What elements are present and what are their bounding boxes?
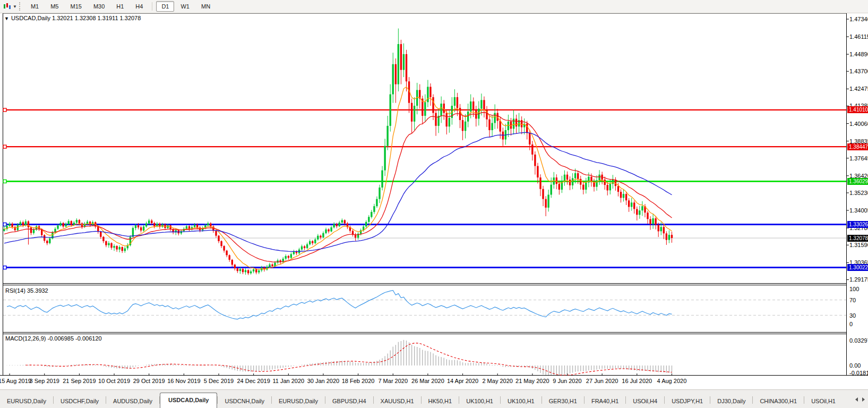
rsi-axis-label: 0 [849, 321, 853, 327]
date-tick-label: 5 Dec 2019 [204, 378, 234, 384]
date-tick-label: 15 Aug 2019 [0, 378, 31, 384]
macd-axis-label: -0.01815 [849, 370, 868, 376]
timeframe-button-m30[interactable]: M30 [88, 1, 110, 12]
tab-xauusd-h1-7[interactable]: XAUUSD,H1 [374, 395, 421, 408]
timeframe-button-m1[interactable]: M1 [25, 1, 44, 12]
date-tick-label: 9 Jun 2020 [553, 378, 581, 384]
chart-tab-bar: EURUSD,DailyUSDCHF,DailyAUDUSD,DailyUSDC… [0, 389, 868, 408]
tab-usoil-h4-13[interactable]: USOil,H4 [626, 395, 664, 408]
tab-usdchf-daily-1[interactable]: USDCHF,Daily [54, 395, 106, 408]
tab-usoil-h1-17[interactable]: USOil,H1 [804, 395, 843, 408]
macd-axis-label: 0.00 [849, 362, 861, 369]
tab-scroll-right-icon[interactable] [862, 397, 865, 402]
timeframe-button-h4[interactable]: H4 [130, 1, 148, 12]
rsi-indicator-label: RSI(14) 35.3932 [5, 287, 48, 294]
date-tick-label: 2 May 2020 [482, 378, 512, 384]
macd-axis-label: 0.032972 [849, 337, 868, 344]
price-tick-label: 1.40060 [849, 121, 868, 127]
chart-title: ▼USDCAD,Daily 1.32021 1.32308 1.31911 1.… [4, 15, 141, 21]
date-tick-label: 16 Nov 2019 [167, 378, 200, 384]
indicators-icon[interactable] [3, 3, 11, 10]
price-level-badge: 1.41010 [847, 106, 868, 113]
chart-window: ▼USDCAD,Daily 1.32021 1.32308 1.31911 1.… [0, 13, 868, 389]
date-tick-label: 27 Jun 2020 [586, 378, 618, 384]
price-tick-label: 1.43700 [849, 68, 868, 74]
timeframe-button-h1[interactable]: H1 [111, 1, 129, 12]
rsi-value: 35.3932 [27, 287, 48, 294]
tab-fra40-h1-12[interactable]: FRA40,H1 [585, 395, 625, 408]
tab-dj30-daily-15[interactable]: DJ30,Daily [710, 395, 752, 408]
timeframe-toolbar: ▼ M1M5M15M30H1H4D1W1MN [0, 0, 868, 13]
tab-scroll-left-icon[interactable] [855, 397, 858, 402]
price-tick-label: 1.35230 [849, 190, 868, 196]
price-level-badge: 1.38447 [847, 143, 868, 150]
toolbar-grip [19, 2, 22, 11]
date-tick-label: 26 Mar 2020 [411, 378, 444, 384]
price-tick-label: 1.31590 [849, 242, 868, 248]
date-tick-label: 30 Jan 2020 [307, 378, 340, 384]
rsi-axis-label: 100 [849, 286, 859, 292]
price-tick-label: 1.47340 [849, 16, 868, 22]
tab-gbpusd-h4-6[interactable]: GBPUSD,H4 [325, 395, 373, 408]
rsi-name: RSI(14) [5, 287, 25, 294]
timeframe-button-w1[interactable]: W1 [175, 1, 195, 12]
rsi-axis-label: 30 [849, 312, 856, 319]
tab-usdcnh-daily-4[interactable]: USDCNH,Daily [218, 395, 271, 408]
macd-values: -0.006985 -0.006120 [47, 335, 101, 342]
timeframe-button-mn[interactable]: MN [196, 1, 216, 12]
tab-eurusd-daily-0[interactable]: EURUSD,Daily [0, 395, 53, 408]
price-level-badge: 1.33026 [847, 221, 868, 228]
chart-dropdown-icon[interactable]: ▼ [4, 16, 9, 21]
chart-symbol: USDCAD,Daily [11, 15, 50, 21]
tab-china300-h1-16[interactable]: CHINA300,H1 [753, 395, 804, 408]
tab-usdcad-daily-3[interactable]: USDCAD,Daily [160, 393, 217, 408]
timeframe-button-d1[interactable]: D1 [156, 1, 174, 12]
tab-eurusd-daily-5[interactable]: EURUSD,Daily [272, 395, 325, 408]
timeframe-button-m5[interactable]: M5 [45, 1, 64, 12]
tab-audusd-daily-2[interactable]: AUDUSD,Daily [106, 395, 159, 408]
date-tick-label: 18 Feb 2020 [342, 378, 375, 384]
price-level-badge: 1.36029 [847, 178, 868, 185]
date-tick-label: 7 Mar 2020 [378, 378, 408, 384]
price-tick-label: 1.42475 [849, 86, 868, 92]
price-tick-label: 1.34005 [849, 207, 868, 214]
date-tick-label: 10 Oct 2019 [98, 378, 130, 384]
date-tick-label: 29 Oct 2019 [133, 378, 165, 384]
timeframe-button-m15[interactable]: M15 [65, 1, 87, 12]
indicators-dropdown-icon[interactable]: ▼ [13, 4, 17, 9]
date-tick-label: 16 Jul 2020 [622, 378, 652, 384]
tab-usdjpy-h1-14[interactable]: USDJPY,H1 [665, 395, 710, 408]
date-tick-label: 21 May 2020 [515, 378, 549, 384]
date-tick-label: 4 Aug 2020 [657, 378, 687, 384]
date-tick-label: 3 Sep 2019 [30, 378, 59, 384]
toolbar-separator [152, 2, 152, 11]
tab-ger30-h1-11[interactable]: GER30,H1 [542, 395, 584, 408]
tab-uk100-h1-9[interactable]: UK100,H1 [459, 395, 500, 408]
date-tick-label: 11 Jan 2020 [272, 378, 304, 384]
macd-indicator-label: MACD(12,26,9) -0.006985 -0.006120 [5, 335, 102, 342]
price-tick-label: 1.29175 [849, 276, 868, 283]
date-tick-label: 14 Apr 2020 [447, 378, 478, 384]
macd-name: MACD(12,26,9) [5, 335, 46, 342]
chart-canvas[interactable] [0, 13, 868, 376]
price-tick-label: 1.37645 [849, 155, 868, 162]
price-level-badge: 1.30022 [847, 264, 868, 271]
price-tick-label: 1.44890 [849, 51, 868, 57]
price-level-badge: 1.32078 [847, 235, 868, 242]
date-tick-label: 21 Sep 2019 [63, 378, 96, 384]
tab-uk100-h1-10[interactable]: UK100,H1 [501, 395, 542, 408]
price-tick-label: 1.46115 [849, 33, 868, 40]
tab-hk50-h1-8[interactable]: HK50,H1 [422, 395, 459, 408]
rsi-axis-label: 70 [849, 297, 856, 303]
chart-quote-ohlc: 1.32021 1.32308 1.31911 1.32078 [52, 15, 141, 21]
date-tick-label: 24 Dec 2019 [237, 378, 270, 384]
